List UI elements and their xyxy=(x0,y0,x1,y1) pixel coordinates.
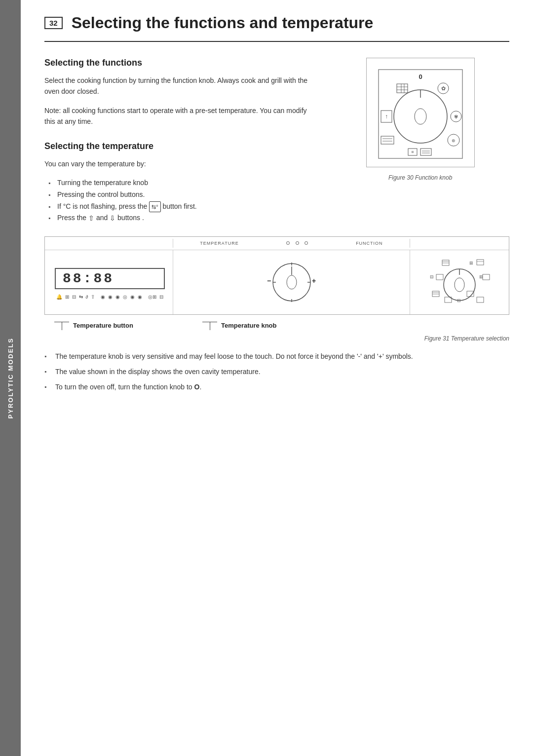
temp-knob-svg: − + xyxy=(265,258,319,307)
svg-text:⊛: ⊛ xyxy=(452,138,456,143)
func-header-label: FUNCTION xyxy=(356,241,383,246)
page-header: 32 Selecting the functions and temperatu… xyxy=(44,0,509,42)
bullet-item-2: Pressing the control buttons. xyxy=(48,189,311,201)
page-number: 32 xyxy=(44,17,63,29)
bottom-bullets: The temperature knob is very sensitive a… xyxy=(44,351,509,393)
temp-knob-label-wrap: Temperature knob xyxy=(173,319,509,330)
bottom-bullet-2: The value shown in the display shows the… xyxy=(44,366,509,378)
bullet-item-1: Turning the temperature knob xyxy=(48,177,311,189)
ph-right xyxy=(410,239,509,248)
svg-rect-44 xyxy=(483,274,490,280)
function-knob-diagram: 0 ✿ ↑ xyxy=(376,67,465,161)
panel-icons: 🔔 ⊞ ⊟ ⇆ ∂ ⇧ ◉ ◉ ◉ ◎ ◉ ◉ ◎⊞ xyxy=(55,294,165,300)
icon-c4: ◎ xyxy=(123,294,127,300)
svg-text:−: − xyxy=(267,277,271,285)
control-panel-diagram: TEMPERATURE FUNCTION 88:88 🔔 xyxy=(44,236,509,315)
display-readout: 88:88 xyxy=(55,268,165,289)
temp-knob-label: Temperature knob xyxy=(221,322,276,329)
svg-text:✿: ✿ xyxy=(441,85,445,91)
section1-para1: Select the cooking function by turning t… xyxy=(44,75,311,97)
svg-text:≡: ≡ xyxy=(411,150,414,154)
icon-c1: ◉ xyxy=(101,294,105,300)
ph-middle: TEMPERATURE FUNCTION xyxy=(173,239,410,248)
panel-inner: 88:88 🔔 ⊞ ⊟ ⇆ ∂ ⇧ ◉ ◉ ◉ ◎ ◉ ◉ xyxy=(45,250,509,314)
icon-bell: 🔔 xyxy=(56,294,62,300)
svg-point-34 xyxy=(287,275,297,289)
dot-ind-2 xyxy=(296,241,299,245)
svg-text:✾: ✾ xyxy=(454,114,458,119)
temp-knob-connector xyxy=(202,322,217,330)
and-text: and xyxy=(96,214,108,222)
temp-btn-connector xyxy=(54,322,69,330)
svg-rect-3 xyxy=(397,84,408,93)
panel-header-row: TEMPERATURE FUNCTION xyxy=(45,237,509,250)
svg-text:0: 0 xyxy=(419,73,422,80)
svg-text:+: + xyxy=(312,277,316,285)
sidebar: PYROLYTIC MODELS xyxy=(0,0,21,756)
icon-mode: ⇆ xyxy=(79,294,83,300)
panel-left: 88:88 🔔 ⊞ ⊟ ⇆ ∂ ⇧ ◉ ◉ ◉ ◎ ◉ ◉ xyxy=(45,250,173,314)
figure30-column: 0 ✿ ↑ xyxy=(331,58,509,225)
icon-delta: ∂ xyxy=(86,294,88,300)
svg-point-2 xyxy=(394,90,447,143)
svg-rect-39 xyxy=(477,260,484,265)
figure31-wrap: Figure 31 Temperature selection xyxy=(44,332,509,342)
down-arrow-icon: ⇩ xyxy=(110,213,115,225)
svg-point-47 xyxy=(455,278,464,292)
icon-timer: ⊟ xyxy=(72,294,76,300)
text-column: Selecting the functions Select the cooki… xyxy=(44,58,311,225)
bottom-bullet-3: To turn the oven off, turn the function … xyxy=(44,381,509,393)
svg-point-25 xyxy=(415,109,426,124)
svg-text:↑: ↑ xyxy=(385,113,388,120)
two-column-section: Selecting the functions Select the cooki… xyxy=(44,58,509,225)
section1-para2: Note: all cooking functions start to ope… xyxy=(44,105,311,127)
function-knob-svg: 0 ✿ ↑ xyxy=(376,67,465,161)
icon-clock: ⊞ xyxy=(65,294,69,300)
section2-heading: Selecting the temperature xyxy=(44,141,311,151)
bullet-item-4: Press the ⇧ and ⇩ buttons . xyxy=(48,212,311,224)
figure30-caption: Figure 30 Function knob xyxy=(388,174,452,181)
icon-cd1: ◎⊞ xyxy=(148,294,156,300)
bullet-item-3: If °C is not flashing, press the ⇆° butt… xyxy=(48,201,311,213)
page-title: Selecting the functions and temperature xyxy=(72,14,374,32)
temp-button-label: Temperature button xyxy=(73,322,133,329)
section1-heading: Selecting the functions xyxy=(44,58,311,68)
section2-intro: You can vary the temperature by: xyxy=(44,158,311,169)
svg-text:⊟: ⊟ xyxy=(457,298,461,303)
main-content: 32 Selecting the functions and temperatu… xyxy=(21,0,533,426)
svg-rect-54 xyxy=(477,297,484,302)
figure30-box: 0 ✿ ↑ xyxy=(366,58,475,167)
temp-button-icon: ⇆° xyxy=(149,201,160,213)
control-panel-section: TEMPERATURE FUNCTION 88:88 🔔 xyxy=(44,236,509,342)
up-arrow-icon: ⇧ xyxy=(88,213,94,225)
bold-O: O xyxy=(194,383,199,391)
func-selector-svg: ⊞ ⊟ ⊞ xyxy=(427,258,492,307)
dot-ind-3 xyxy=(305,241,308,245)
icon-c2: ◉ xyxy=(108,294,113,300)
ph-left xyxy=(45,239,173,248)
panel-right: ⊞ ⊟ ⊞ xyxy=(410,250,509,314)
icon-c6: ◉ xyxy=(138,294,142,300)
icon-c3: ◉ xyxy=(115,294,120,300)
svg-rect-42 xyxy=(436,274,443,280)
bottom-bullet-1: The temperature knob is very sensitive a… xyxy=(44,351,509,362)
dot-header xyxy=(284,241,310,246)
panel-labels-row: Temperature button Temperature knob xyxy=(44,319,509,330)
svg-rect-48 xyxy=(432,291,439,297)
svg-rect-14 xyxy=(381,136,394,144)
svg-rect-35 xyxy=(442,260,449,265)
icon-c5: ◉ xyxy=(130,294,135,300)
sidebar-label: PYROLYTIC MODELS xyxy=(7,338,14,418)
icon-up: ⇧ xyxy=(91,294,95,300)
panel-middle: − + xyxy=(173,250,410,314)
icon-cd2: ⊟ xyxy=(159,294,163,300)
svg-rect-21 xyxy=(420,149,431,155)
temp-button-label-wrap: Temperature button xyxy=(44,319,173,330)
dot-ind-1 xyxy=(286,241,290,245)
svg-text:⊟: ⊟ xyxy=(430,274,434,279)
section2-bullets: Turning the temperature knob Pressing th… xyxy=(48,177,311,225)
figure31-caption: Figure 31 Temperature selection xyxy=(424,335,509,342)
svg-text:⊞: ⊞ xyxy=(469,261,473,265)
temp-header-label: TEMPERATURE xyxy=(200,241,238,246)
